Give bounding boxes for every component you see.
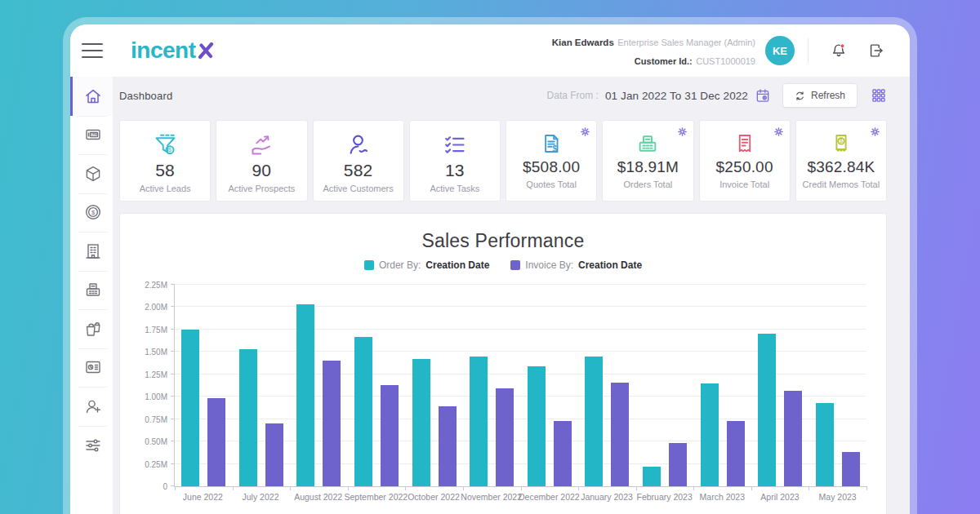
gear-icon[interactable] bbox=[580, 126, 590, 137]
kpi-label: Orders Total bbox=[619, 179, 678, 191]
gear-icon[interactable] bbox=[870, 126, 880, 137]
receipt-dollar-icon: $ bbox=[829, 131, 853, 156]
order-bar[interactable] bbox=[701, 383, 719, 486]
kpi-label: Active Customers bbox=[318, 183, 399, 195]
legend-item[interactable]: Invoice By:Creation Date bbox=[510, 259, 642, 271]
invoice-bar[interactable] bbox=[439, 406, 457, 486]
sliders-icon bbox=[83, 435, 103, 454]
kpi-card-active-prospects[interactable]: 90 Active Prospects bbox=[216, 120, 307, 202]
sidebar-item-home[interactable] bbox=[70, 77, 113, 116]
y-tick-label: 0 bbox=[163, 482, 167, 491]
kpi-value: $362.84K bbox=[807, 158, 875, 176]
order-bar[interactable] bbox=[528, 366, 546, 486]
sidebar-item-orders[interactable] bbox=[70, 271, 113, 310]
kpi-label: Credit Memos Total bbox=[798, 179, 885, 191]
customer-person-icon bbox=[345, 131, 372, 158]
sidebar-item-revenue[interactable]: $ bbox=[70, 193, 113, 233]
menu-icon[interactable] bbox=[82, 43, 103, 58]
invoice-bar[interactable] bbox=[727, 421, 745, 486]
leads-funnel-icon: $ bbox=[152, 131, 179, 158]
x-tick-label: July 2022 bbox=[243, 492, 279, 502]
svg-text:$: $ bbox=[553, 144, 558, 153]
home-icon bbox=[83, 86, 103, 106]
sidebar-item-products[interactable] bbox=[70, 154, 113, 193]
legend-item[interactable]: Order By:Creation Date bbox=[364, 259, 489, 271]
order-bar[interactable] bbox=[354, 337, 372, 486]
x-tick-label: June 2022 bbox=[183, 492, 223, 502]
x-tick-label: April 2023 bbox=[760, 492, 799, 502]
x-tick-label: November 2022 bbox=[461, 492, 522, 502]
kpi-value: 582 bbox=[344, 161, 373, 180]
order-bar[interactable] bbox=[296, 304, 314, 486]
receipt-icon bbox=[733, 131, 757, 156]
package-icon bbox=[83, 164, 103, 184]
invoice-bar[interactable] bbox=[784, 391, 802, 486]
page-title: Dashboard bbox=[119, 90, 172, 102]
invoice-bar[interactable] bbox=[381, 385, 399, 486]
y-tick-label: 2.25M bbox=[145, 281, 167, 290]
gear-icon[interactable] bbox=[773, 126, 784, 137]
y-tick-label: 0.50M bbox=[145, 437, 167, 446]
y-tick-label: 1.25M bbox=[145, 370, 167, 379]
sidebar-item-reports[interactable] bbox=[70, 348, 113, 388]
sidebar-item-crm[interactable]: CRM bbox=[70, 116, 113, 155]
kpi-card-active-leads[interactable]: $ 58 Active Leads bbox=[119, 120, 211, 202]
data-from-label: Data From : bbox=[547, 90, 599, 101]
invoice-bar[interactable] bbox=[554, 421, 572, 486]
x-tick-label: February 2023 bbox=[637, 492, 693, 502]
dollar-coin-icon: $ bbox=[83, 202, 103, 222]
order-bar[interactable] bbox=[181, 330, 199, 486]
calendar-icon[interactable] bbox=[755, 87, 771, 104]
order-bar[interactable] bbox=[239, 349, 257, 486]
x-tick-label: March 2023 bbox=[700, 492, 745, 502]
svg-text:$: $ bbox=[91, 209, 95, 216]
bar-group bbox=[175, 285, 233, 486]
gear-icon[interactable] bbox=[677, 126, 688, 137]
kpi-card-active-customers[interactable]: 582 Active Customers bbox=[313, 120, 404, 202]
kpi-card-quotes-total[interactable]: $ $508.00 Quotes Total bbox=[506, 120, 597, 202]
order-bar[interactable] bbox=[585, 357, 603, 486]
kpi-label: Quotes Total bbox=[521, 179, 581, 191]
chart-plot bbox=[174, 285, 866, 487]
sidebar-item-company[interactable] bbox=[70, 232, 113, 271]
refresh-icon bbox=[795, 91, 805, 101]
x-tick-label: October 2022 bbox=[408, 492, 460, 502]
kpi-card-active-tasks[interactable]: 13 Active Tasks bbox=[409, 120, 501, 202]
logout-button[interactable] bbox=[864, 38, 889, 63]
sidebar-item-purchases[interactable] bbox=[70, 309, 113, 348]
order-bar[interactable] bbox=[643, 467, 661, 486]
order-bar[interactable] bbox=[816, 403, 834, 486]
svg-text:CRM: CRM bbox=[91, 134, 97, 137]
kpi-card-invoice-total[interactable]: $250.00 Invoice Total bbox=[699, 120, 791, 202]
bar-group bbox=[521, 285, 579, 486]
logo-x-icon bbox=[196, 41, 216, 60]
invoice-bar[interactable] bbox=[265, 423, 283, 486]
apps-grid-icon[interactable] bbox=[871, 87, 887, 104]
sidebar-item-users[interactable] bbox=[70, 387, 113, 426]
kpi-label: Active Tasks bbox=[425, 183, 484, 195]
notifications-button[interactable] bbox=[826, 38, 851, 63]
data-from-value: 01 Jan 2022 To 31 Dec 2022 bbox=[605, 90, 748, 102]
order-bar[interactable] bbox=[412, 359, 430, 486]
logo[interactable]: incent bbox=[131, 38, 216, 64]
report-icon bbox=[83, 357, 103, 377]
refresh-button[interactable]: Refresh bbox=[782, 83, 858, 108]
logo-text: incent bbox=[131, 38, 195, 64]
invoice-bar[interactable] bbox=[611, 383, 629, 486]
kpi-card-credit-memos-total[interactable]: $ $362.84K Credit Memos Total bbox=[795, 120, 887, 202]
x-tick-label: January 2023 bbox=[581, 492, 633, 502]
top-bar: incent Kian Edwards Enterprise Sales Man… bbox=[70, 24, 910, 77]
invoice-bar[interactable] bbox=[669, 443, 687, 486]
order-bar[interactable] bbox=[470, 357, 488, 486]
avatar[interactable]: KE bbox=[765, 36, 795, 65]
kpi-card-orders-total[interactable]: $18.91M Orders Total bbox=[602, 120, 693, 202]
invoice-bar[interactable] bbox=[496, 388, 514, 486]
customer-id-label: Customer Id.: bbox=[635, 56, 693, 66]
bar-group bbox=[233, 285, 291, 486]
invoice-bar[interactable] bbox=[207, 398, 225, 486]
x-tick-label: May 2023 bbox=[819, 492, 857, 502]
invoice-bar[interactable] bbox=[323, 361, 341, 486]
invoice-bar[interactable] bbox=[842, 452, 860, 486]
sidebar-item-settings[interactable] bbox=[70, 426, 113, 465]
order-bar[interactable] bbox=[758, 334, 776, 486]
